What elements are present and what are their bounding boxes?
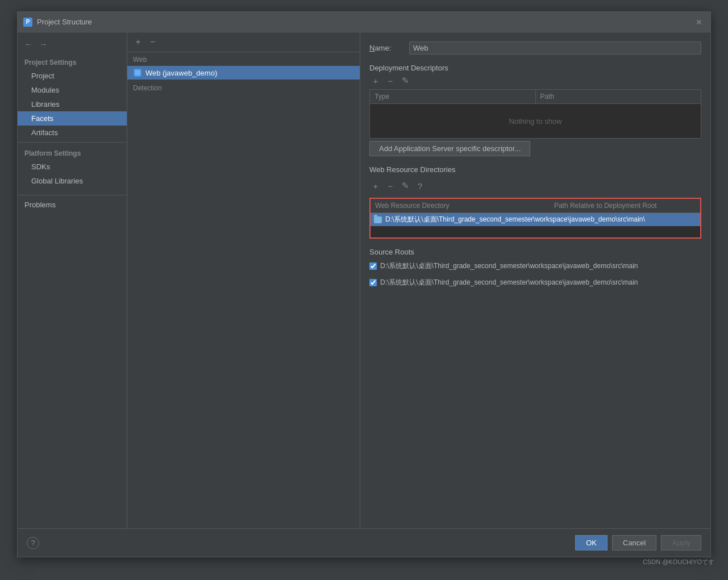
sidebar-item-libraries[interactable]: Libraries	[18, 97, 127, 111]
wr-col-path: Path Relative to Deployment Root	[550, 199, 700, 212]
sidebar-item-facets[interactable]: Facets	[18, 111, 127, 126]
sidebar-item-artifacts[interactable]: Artifacts	[18, 126, 127, 140]
project-settings-section: Project Settings	[18, 55, 127, 69]
dialog-title: Project Structure	[37, 18, 92, 26]
source-root-row-1: D:\系统默认\桌面\Third_grade_second_semester\w…	[369, 260, 701, 273]
watermark: CSDN @KOUCHIYOてす	[643, 558, 714, 566]
name-field-row: Name:	[369, 41, 701, 55]
bottom-bar: ? OK Cancel Apply	[18, 528, 710, 557]
web-resource-toolbar: + − ✎ ?	[369, 177, 701, 194]
wr-edit-button[interactable]: ✎	[399, 180, 411, 192]
deployment-table: Type Path Nothing to show	[369, 89, 701, 139]
wr-col-directory: Web Resource Directory	[371, 199, 550, 212]
deployment-table-body: Nothing to show	[370, 104, 701, 138]
cancel-button[interactable]: Cancel	[612, 535, 656, 550]
tree-remove-button[interactable]: −	[147, 36, 159, 48]
col-type: Type	[370, 90, 536, 103]
name-label: Name:	[369, 44, 403, 52]
web-resource-table: Web Resource Directory Path Relative to …	[369, 198, 701, 239]
tree-item-label: Web (javaweb_demo)	[145, 69, 217, 77]
wr-remove-button[interactable]: −	[384, 180, 397, 192]
sidebar: ← → Project Settings Project Modules Lib…	[18, 32, 127, 528]
action-buttons: OK Cancel Apply	[575, 535, 701, 550]
deployment-edit-button[interactable]: ✎	[399, 74, 411, 87]
back-button[interactable]: ←	[22, 38, 35, 51]
apply-button[interactable]: Apply	[661, 535, 701, 550]
source-root-label-2: D:\系统默认\桌面\Third_grade_second_semester\w…	[380, 278, 638, 287]
tree-item-web[interactable]: Web (javaweb_demo)	[127, 66, 360, 80]
deployment-remove-button[interactable]: −	[384, 74, 397, 87]
add-server-button[interactable]: Add Application Server specific descript…	[369, 141, 530, 156]
details-pane: Name: Deployment Descriptors + − ✎ Type	[360, 32, 710, 528]
ok-button[interactable]: OK	[575, 535, 608, 550]
web-resource-row[interactable]: D:\系统默认\桌面\Third_grade_second_semester\w…	[371, 213, 700, 226]
tree-toolbar: + −	[127, 32, 360, 52]
help-button[interactable]: ?	[27, 537, 39, 549]
tree-add-button[interactable]: +	[132, 36, 144, 48]
deployment-add-button[interactable]: +	[369, 74, 382, 87]
tree-pane: + − Web Web (javaweb_demo) Detection	[127, 32, 360, 528]
source-root-row-2: D:\系统默认\桌面\Third_grade_second_semester\w…	[369, 276, 701, 289]
forward-button[interactable]: →	[37, 38, 49, 51]
name-input[interactable]	[409, 41, 701, 55]
tree-detection-section: Detection	[127, 80, 360, 94]
close-button[interactable]: ✕	[693, 16, 705, 28]
deployment-title: Deployment Descriptors	[369, 64, 701, 72]
sidebar-item-project[interactable]: Project	[18, 69, 127, 83]
col-path: Path	[536, 90, 701, 103]
nothing-to-show: Nothing to show	[509, 117, 561, 126]
web-resource-table-header: Web Resource Directory Path Relative to …	[371, 199, 700, 213]
web-resource-section: Web Resource Directories + − ✎ ? Web Res…	[369, 165, 701, 239]
wr-add-button[interactable]: +	[369, 180, 382, 192]
sidebar-item-global-libraries[interactable]: Global Libraries	[18, 174, 127, 188]
wr-path: D:\系统默认\桌面\Third_grade_second_semester\w…	[385, 215, 645, 224]
sidebar-item-problems[interactable]: Problems	[18, 198, 127, 212]
source-root-checkbox-2[interactable]	[369, 279, 377, 286]
source-roots-title: Source Roots	[369, 248, 701, 256]
app-icon: P	[23, 18, 32, 27]
platform-settings-section: Platform Settings	[18, 145, 127, 160]
tree-web-section: Web	[127, 52, 360, 66]
source-root-checkbox-1[interactable]	[369, 262, 377, 270]
deployment-toolbar: + − ✎	[369, 72, 701, 89]
source-root-label-1: D:\系统默认\桌面\Third_grade_second_semester\w…	[380, 261, 638, 271]
sidebar-item-modules[interactable]: Modules	[18, 83, 127, 97]
deployment-section: Deployment Descriptors + − ✎ Type Path N…	[369, 64, 701, 156]
wr-help-button[interactable]: ?	[414, 180, 426, 192]
web-icon	[133, 68, 142, 77]
sidebar-item-sdks[interactable]: SDKs	[18, 160, 127, 174]
source-roots-section: Source Roots D:\系统默认\桌面\Third_grade_seco…	[369, 248, 701, 289]
title-bar: P Project Structure ✕	[18, 12, 710, 32]
deployment-table-header: Type Path	[370, 90, 701, 104]
web-resource-title: Web Resource Directories	[369, 165, 701, 174]
folder-icon	[374, 216, 382, 223]
